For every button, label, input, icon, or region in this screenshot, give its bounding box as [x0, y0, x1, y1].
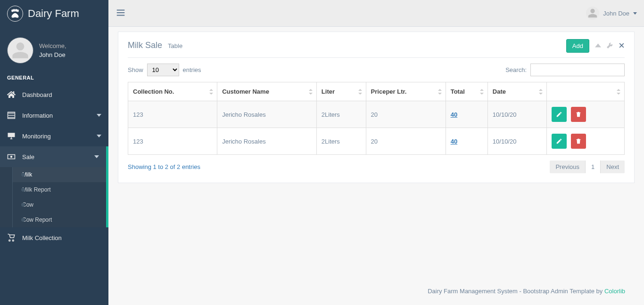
cart-icon [7, 233, 16, 242]
topbar: John Doe [108, 0, 644, 27]
user-menu[interactable]: John Doe [586, 7, 637, 20]
nav-sale[interactable]: Sale [0, 146, 106, 167]
datatable-info: Showing 1 to 2 of 2 entries [128, 163, 200, 170]
nav-label: Monitoring [22, 133, 51, 140]
cell-actions [546, 128, 624, 155]
footer-link[interactable]: Colorlib [604, 288, 625, 295]
total-link[interactable]: 40 [451, 138, 457, 145]
delete-button[interactable] [571, 134, 586, 149]
table-row: 123 Jericho Rosales 2Liters 20 40 10/10/… [128, 101, 625, 128]
footer-text: Dairy Farm Management System - Bootstrap… [428, 288, 604, 295]
search-label: Search: [505, 66, 527, 73]
col-date[interactable]: Date [487, 82, 546, 101]
chevron-up-icon [595, 42, 601, 48]
nav-sale-submenu: Milk Milk Report Cow Cow Report [0, 167, 106, 227]
length-select[interactable]: 10 [147, 64, 179, 76]
close-link[interactable] [619, 42, 625, 50]
wrench-icon [607, 42, 613, 48]
col-customer[interactable]: Customer Name [217, 82, 317, 101]
chevron-down-icon [97, 113, 101, 118]
cell-liter: 2Liters [316, 128, 366, 155]
nav-information[interactable]: Information [0, 105, 108, 126]
trash-icon [575, 111, 582, 118]
datatable-controls: Show 10 entries Search: [128, 58, 625, 82]
brand[interactable]: Dairy Farm [0, 0, 108, 28]
show-label: Show [128, 66, 143, 73]
collapse-link[interactable] [595, 42, 601, 50]
nav-label: Dashboard [22, 91, 52, 98]
paw-icon [7, 6, 23, 22]
length-menu: Show 10 entries [128, 64, 201, 76]
sort-icon [309, 89, 313, 95]
nav-sale-cow[interactable]: Cow [13, 197, 106, 212]
sort-icon [358, 89, 362, 95]
cell-date: 10/10/20 [487, 101, 546, 128]
svg-point-2 [10, 156, 13, 158]
table-row: 123 Jericho Rosales 2Liters 20 40 10/10/… [128, 128, 625, 155]
nav-label: Milk Collection [22, 234, 62, 241]
pager-page[interactable]: 1 [585, 161, 601, 173]
panel-header: Milk Sale Table Add [128, 39, 625, 58]
profile-name: John Doe [39, 51, 66, 58]
nav-monitoring[interactable]: Monitoring [0, 126, 108, 146]
home-icon [7, 90, 16, 99]
cell-customer: Jericho Rosales [217, 101, 317, 128]
panel-tools: Add [566, 39, 625, 53]
cell-price: 20 [366, 128, 446, 155]
nav-sale-milk[interactable]: Milk [13, 167, 106, 182]
col-collection[interactable]: Collection No. [128, 82, 217, 101]
content: Milk Sale Table Add Show 10 entries [108, 27, 644, 305]
pager-next[interactable]: Next [601, 161, 625, 173]
list-icon [7, 111, 16, 120]
cell-collection: 123 [128, 128, 217, 155]
milk-sale-table: Collection No. Customer Name Liter Price… [128, 82, 625, 155]
desktop-icon [7, 132, 16, 140]
pager-prev[interactable]: Previous [550, 161, 585, 173]
chevron-down-icon [94, 154, 99, 159]
nav-sale-milk-report[interactable]: Milk Report [13, 182, 106, 197]
add-button[interactable]: Add [566, 39, 589, 53]
edit-button[interactable] [552, 107, 567, 122]
col-liter[interactable]: Liter [316, 82, 366, 101]
col-actions[interactable] [546, 82, 624, 101]
search-input[interactable] [530, 64, 625, 76]
money-icon [7, 152, 16, 161]
search-wrap: Search: [505, 64, 625, 76]
datatable-footer: Showing 1 to 2 of 2 entries Previous 1 N… [128, 155, 625, 173]
panel-milk-sale: Milk Sale Table Add Show 10 entries [118, 32, 635, 183]
col-price[interactable]: Priceper Ltr. [366, 82, 446, 101]
cell-liter: 2Liters [316, 101, 366, 128]
sort-icon [209, 89, 213, 95]
panel-title: Milk Sale [128, 40, 162, 50]
main: John Doe Milk Sale Table Add Show 1 [108, 0, 644, 305]
trash-icon [575, 138, 582, 144]
nav: Dashboard Information Monitoring Sale Mi… [0, 84, 108, 248]
nav-dashboard[interactable]: Dashboard [0, 84, 108, 105]
cell-customer: Jericho Rosales [217, 128, 317, 155]
nav-milk-collection[interactable]: Milk Collection [0, 227, 108, 248]
col-total[interactable]: Total [446, 82, 487, 101]
cell-actions [546, 101, 624, 128]
delete-button[interactable] [571, 107, 586, 122]
pencil-icon [556, 111, 562, 118]
panel-subtitle: Table [168, 42, 182, 49]
brand-title: Dairy Farm [28, 8, 79, 20]
sort-icon [438, 89, 442, 95]
menu-toggle[interactable] [116, 8, 126, 19]
caret-down-icon [633, 12, 637, 15]
avatar-small [586, 7, 599, 20]
edit-button[interactable] [552, 134, 567, 149]
chevron-down-icon [97, 134, 101, 138]
sort-icon [480, 89, 484, 95]
footer: Dairy Farm Management System - Bootstrap… [118, 282, 635, 300]
nav-sale-cow-report[interactable]: Cow Report [13, 212, 106, 227]
sidebar-profile: Welcome, John Doe [0, 28, 108, 68]
total-link[interactable]: 40 [451, 111, 457, 118]
bars-icon [116, 8, 126, 18]
settings-link[interactable] [607, 42, 613, 50]
welcome-label: Welcome, [39, 42, 66, 49]
pagination: Previous 1 Next [550, 161, 625, 173]
cell-collection: 123 [128, 101, 217, 128]
pencil-icon [556, 138, 562, 144]
sort-icon [539, 89, 543, 95]
